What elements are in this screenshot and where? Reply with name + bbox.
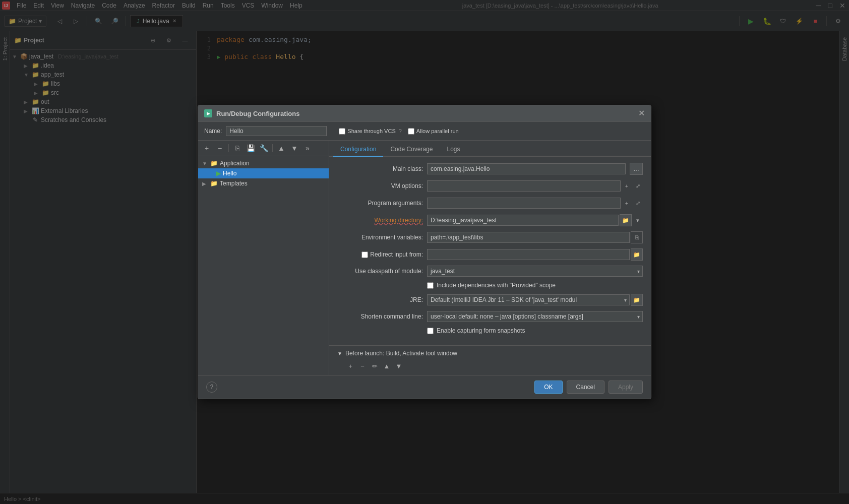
allow-parallel-checkbox[interactable] [408,128,414,135]
share-vcs-checkbox[interactable] [339,128,345,135]
redirect-label: Redirect input from: [370,251,423,258]
share-vcs-label: Share through VCS [347,128,395,134]
hello-config-icon: ▶ [216,170,221,177]
help-button[interactable]: ? [206,382,217,393]
tab-logs[interactable]: Logs [440,143,467,157]
enable-snapshots-checkbox[interactable] [427,328,434,334]
before-launch-section: ▼ Before launch: Build, Activate tool wi… [329,345,651,375]
hello-config-item[interactable]: ▶ Hello [198,168,329,178]
shorten-cmd-select[interactable]: user-local default: none – java [options… [427,311,643,322]
share-vcs-help-icon: ? [399,128,402,134]
before-launch-arrow: ▼ [337,351,342,356]
redirect-checkbox[interactable] [361,251,368,258]
working-dir-file-button[interactable]: 📁 [620,214,632,226]
shorten-cmd-label: Shorten command line: [337,313,423,320]
program-args-row: Program arguments: + ⤢ [337,197,643,209]
cancel-button[interactable]: Cancel [567,381,604,394]
redirect-file-button[interactable]: 📁 [631,248,643,261]
before-launch-remove-button[interactable]: − [357,361,368,371]
templates-group[interactable]: ▶ 📁 Templates [198,178,329,188]
vm-options-input-group: + ⤢ [427,180,643,192]
name-options: Share through VCS ? Allow parallel run [339,128,458,135]
name-input[interactable] [226,126,327,136]
classpath-label: Use classpath of module: [337,268,423,275]
dialog-tree-toolbar: + − ⎘ 💾 🔧 ▲ ▼ » [198,141,329,156]
before-launch-edit-button[interactable]: ✏ [370,361,380,371]
more-options-button[interactable]: » [302,143,313,154]
env-vars-row: Environment variables: ⎘ [337,231,643,243]
working-dir-input-group: 📁 ▾ [427,214,643,226]
working-dir-row: Working directory: 📁 ▾ [337,214,643,226]
env-vars-label: Environment variables: [337,234,423,241]
main-class-input[interactable] [427,163,626,174]
dialog-footer: ? OK Cancel Apply [198,375,651,399]
move-down-button[interactable]: ▼ [289,143,300,154]
dialog-tree-panel: + − ⎘ 💾 🔧 ▲ ▼ » ▼ 📁 [198,141,329,375]
program-args-input-group: + ⤢ [427,197,643,209]
include-deps-row: Include dependencies with "Provided" sco… [427,282,643,289]
jre-input-group: Default (IntelliJ IDEA Jbr 11 – SDK of '… [427,294,643,306]
vm-options-expand-button[interactable]: ⤢ [633,180,643,192]
classpath-select[interactable]: java_test [427,266,643,277]
before-launch-toolbar: + − ✏ ▲ ▼ [345,361,643,371]
allow-parallel-label: Allow parallel run [416,128,459,134]
before-launch-up-button[interactable]: ▲ [382,361,392,371]
redirect-checkbox-group: Redirect input from: [337,251,423,258]
templates-icon: 📁 [210,180,218,187]
jre-file-button[interactable]: 📁 [631,294,643,306]
working-dir-input[interactable] [427,215,619,226]
ok-button[interactable]: OK [534,381,562,394]
redirect-input[interactable] [427,249,630,260]
main-class-row: Main class: … [337,163,643,175]
hello-config-label: Hello [223,170,236,177]
dialog-overlay: ▶ Run/Debug Configurations ✕ Name: Share… [0,0,849,504]
tree-toolbar-sep-1 [228,144,229,152]
dialog-body: + − ⎘ 💾 🔧 ▲ ▼ » ▼ 📁 [198,141,651,375]
before-launch-content: + − ✏ ▲ ▼ [337,361,643,371]
dialog-close-button[interactable]: ✕ [638,109,645,117]
config-tabs: Configuration Code Coverage Logs [329,141,651,157]
tab-configuration[interactable]: Configuration [333,143,383,157]
program-args-input[interactable] [427,198,621,209]
vm-options-input[interactable] [427,180,621,192]
remove-config-button[interactable]: − [214,143,225,154]
share-vcs-checkbox-row: Share through VCS ? [339,128,402,135]
vm-options-label: VM options: [337,182,423,190]
before-launch-add-button[interactable]: + [345,361,355,371]
name-label: Name: [204,128,222,135]
program-args-label: Program arguments: [337,200,423,207]
dialog-tree-content: ▼ 📁 Application ▶ Hello ▶ 📁 Templ [198,156,329,375]
shorten-cmd-select-wrapper: user-local default: none – java [options… [427,311,643,322]
jre-row: JRE: Default (IntelliJ IDEA Jbr 11 – SDK… [337,294,643,306]
tab-code-coverage[interactable]: Code Coverage [383,143,440,157]
move-up-button[interactable]: ▲ [276,143,287,154]
dialog-name-row: Name: Share through VCS ? Allow parallel… [198,122,651,141]
jre-label: JRE: [337,296,423,303]
config-settings-button[interactable]: 🔧 [258,143,269,154]
classpath-row: Use classpath of module: java_test [337,266,643,277]
env-vars-input[interactable] [427,232,630,243]
program-args-expand-button[interactable]: ⤢ [633,197,643,209]
before-launch-header[interactable]: ▼ Before launch: Build, Activate tool wi… [337,350,643,357]
include-deps-checkbox[interactable] [427,282,434,289]
save-config-button[interactable]: 💾 [245,143,256,154]
apply-button[interactable]: Apply [609,381,643,394]
main-class-browse-button[interactable]: … [630,163,643,175]
jre-select[interactable]: Default (IntelliJ IDEA Jbr 11 – SDK of '… [427,294,630,305]
dialog-title-text: Run/Debug Configurations [216,110,299,117]
redirect-input-group: 📁 [427,248,643,261]
vm-options-add-button[interactable]: + [622,180,632,192]
working-dir-expand-button[interactable]: ▾ [633,214,643,226]
program-args-add-button[interactable]: + [622,197,632,209]
before-launch-down-button[interactable]: ▼ [394,361,404,371]
application-group[interactable]: ▼ 📁 Application [198,158,329,168]
copy-config-button[interactable]: ⎘ [232,143,243,154]
allow-parallel-checkbox-row: Allow parallel run [408,128,459,135]
env-vars-copy-button[interactable]: ⎘ [631,231,643,243]
add-config-button[interactable]: + [201,143,212,154]
working-dir-label: Working directory: [337,217,423,224]
before-launch-label: Before launch: Build, Activate tool wind… [345,350,457,357]
dialog-config-panel: Configuration Code Coverage Logs Main cl… [329,141,651,375]
dialog-title-icon: ▶ [204,109,212,117]
env-vars-input-group: ⎘ [427,231,643,243]
